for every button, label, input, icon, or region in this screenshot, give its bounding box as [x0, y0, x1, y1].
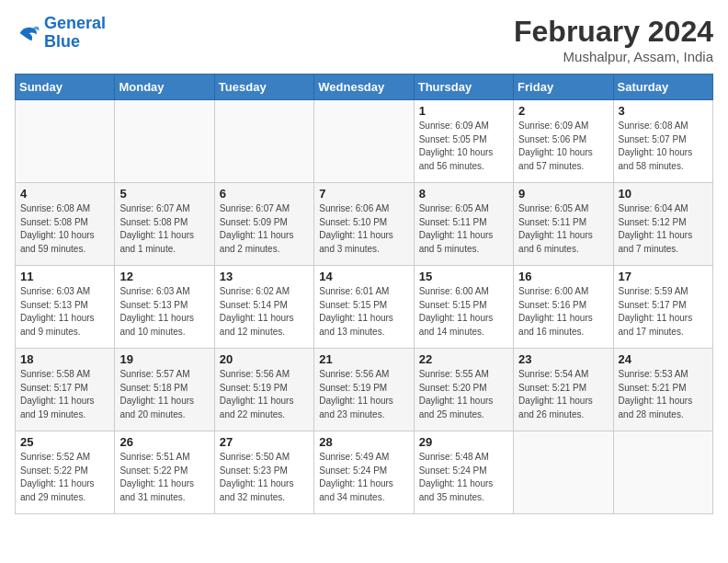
calendar-cell: 12Sunrise: 6:03 AMSunset: 5:13 PMDayligh… [115, 266, 214, 349]
header-friday: Friday [514, 75, 613, 100]
calendar-week-1: 1Sunrise: 6:09 AMSunset: 5:05 PMDaylight… [16, 100, 713, 183]
location-subtitle: Mushalpur, Assam, India [514, 49, 713, 64]
day-number: 22 [419, 352, 508, 366]
calendar-cell: 20Sunrise: 5:56 AMSunset: 5:19 PMDayligh… [214, 349, 313, 431]
calendar-cell: 22Sunrise: 5:55 AMSunset: 5:20 PMDayligh… [414, 349, 513, 431]
day-number: 12 [119, 270, 209, 283]
day-number: 17 [619, 270, 708, 283]
day-info: Sunrise: 5:56 AMSunset: 5:19 PMDaylight:… [220, 368, 309, 421]
header-monday: Monday [115, 75, 214, 100]
day-info: Sunrise: 5:50 AMSunset: 5:23 PMDaylight:… [220, 451, 309, 504]
day-number: 9 [518, 187, 608, 201]
day-number: 15 [419, 270, 508, 283]
day-number: 14 [319, 270, 408, 283]
calendar-cell [115, 100, 214, 183]
day-number: 3 [619, 104, 708, 118]
day-info: Sunrise: 5:54 AMSunset: 5:21 PMDaylight:… [518, 368, 608, 421]
day-info: Sunrise: 6:01 AMSunset: 5:15 PMDaylight:… [319, 285, 408, 339]
day-info: Sunrise: 5:53 AMSunset: 5:21 PMDaylight:… [619, 368, 708, 421]
header-thursday: Thursday [414, 75, 513, 100]
calendar-cell: 13Sunrise: 6:02 AMSunset: 5:14 PMDayligh… [214, 266, 313, 349]
day-info: Sunrise: 6:09 AMSunset: 5:05 PMDaylight:… [419, 120, 508, 173]
calendar-cell: 24Sunrise: 5:53 AMSunset: 5:21 PMDayligh… [613, 349, 712, 431]
logo: General Blue [15, 15, 106, 52]
day-info: Sunrise: 5:52 AMSunset: 5:22 PMDaylight:… [20, 451, 109, 504]
day-number: 23 [518, 352, 608, 366]
day-info: Sunrise: 5:59 AMSunset: 5:17 PMDaylight:… [619, 285, 708, 339]
logo-icon [15, 20, 40, 46]
calendar-cell: 3Sunrise: 6:08 AMSunset: 5:07 PMDaylight… [613, 100, 712, 183]
day-info: Sunrise: 5:58 AMSunset: 5:17 PMDaylight:… [20, 368, 109, 421]
day-info: Sunrise: 5:48 AMSunset: 5:24 PMDaylight:… [419, 451, 508, 504]
calendar-cell: 1Sunrise: 6:09 AMSunset: 5:05 PMDaylight… [414, 100, 513, 183]
day-number: 6 [220, 187, 309, 201]
day-number: 19 [119, 352, 209, 366]
day-info: Sunrise: 6:06 AMSunset: 5:10 PMDaylight:… [319, 202, 408, 256]
calendar-cell: 18Sunrise: 5:58 AMSunset: 5:17 PMDayligh… [16, 349, 115, 431]
header-tuesday: Tuesday [214, 75, 313, 100]
day-number: 5 [119, 187, 209, 201]
day-info: Sunrise: 6:08 AMSunset: 5:07 PMDaylight:… [619, 120, 708, 173]
day-info: Sunrise: 6:05 AMSunset: 5:11 PMDaylight:… [419, 202, 508, 256]
day-number: 20 [220, 352, 309, 366]
day-number: 11 [20, 270, 109, 283]
day-info: Sunrise: 6:07 AMSunset: 5:09 PMDaylight:… [220, 202, 309, 256]
calendar-cell [613, 431, 712, 514]
calendar-cell: 27Sunrise: 5:50 AMSunset: 5:23 PMDayligh… [214, 431, 313, 514]
day-info: Sunrise: 6:00 AMSunset: 5:16 PMDaylight:… [518, 285, 608, 339]
calendar-cell: 9Sunrise: 6:05 AMSunset: 5:11 PMDaylight… [514, 183, 613, 266]
day-number: 21 [319, 352, 408, 366]
day-info: Sunrise: 5:51 AMSunset: 5:22 PMDaylight:… [119, 451, 209, 504]
day-number: 8 [419, 187, 508, 201]
day-number: 7 [319, 187, 408, 201]
logo-text: General Blue [44, 15, 106, 52]
day-info: Sunrise: 6:03 AMSunset: 5:13 PMDaylight:… [119, 285, 209, 339]
day-info: Sunrise: 6:03 AMSunset: 5:13 PMDaylight:… [20, 285, 109, 339]
day-number: 2 [518, 104, 608, 118]
day-info: Sunrise: 6:09 AMSunset: 5:06 PMDaylight:… [518, 120, 608, 173]
calendar-cell [514, 431, 613, 514]
calendar-cell: 16Sunrise: 6:00 AMSunset: 5:16 PMDayligh… [514, 266, 613, 349]
day-info: Sunrise: 6:04 AMSunset: 5:12 PMDaylight:… [619, 202, 708, 256]
header-saturday: Saturday [613, 75, 712, 100]
calendar-cell: 21Sunrise: 5:56 AMSunset: 5:19 PMDayligh… [314, 349, 414, 431]
calendar-week-3: 11Sunrise: 6:03 AMSunset: 5:13 PMDayligh… [16, 266, 713, 349]
calendar-cell: 8Sunrise: 6:05 AMSunset: 5:11 PMDaylight… [414, 183, 513, 266]
day-number: 1 [419, 104, 508, 118]
day-info: Sunrise: 6:02 AMSunset: 5:14 PMDaylight:… [220, 285, 309, 339]
calendar-cell [16, 100, 115, 183]
day-info: Sunrise: 6:07 AMSunset: 5:08 PMDaylight:… [119, 202, 209, 256]
calendar-table: SundayMondayTuesdayWednesdayThursdayFrid… [15, 74, 713, 514]
calendar-cell: 4Sunrise: 6:08 AMSunset: 5:08 PMDaylight… [16, 183, 115, 266]
calendar-body: 1Sunrise: 6:09 AMSunset: 5:05 PMDaylight… [16, 100, 713, 514]
day-number: 10 [619, 187, 708, 201]
day-number: 29 [419, 435, 508, 449]
calendar-cell: 15Sunrise: 6:00 AMSunset: 5:15 PMDayligh… [414, 266, 513, 349]
calendar-cell: 5Sunrise: 6:07 AMSunset: 5:08 PMDaylight… [115, 183, 214, 266]
calendar-cell: 25Sunrise: 5:52 AMSunset: 5:22 PMDayligh… [16, 431, 115, 514]
calendar-cell: 14Sunrise: 6:01 AMSunset: 5:15 PMDayligh… [314, 266, 414, 349]
calendar-cell: 26Sunrise: 5:51 AMSunset: 5:22 PMDayligh… [115, 431, 214, 514]
calendar-cell: 11Sunrise: 6:03 AMSunset: 5:13 PMDayligh… [16, 266, 115, 349]
day-number: 28 [319, 435, 408, 449]
day-number: 27 [220, 435, 309, 449]
header: General Blue February 2024 Mushalpur, As… [15, 15, 713, 64]
calendar-cell: 6Sunrise: 6:07 AMSunset: 5:09 PMDaylight… [214, 183, 313, 266]
title-area: February 2024 Mushalpur, Assam, India [514, 15, 713, 64]
day-number: 24 [619, 352, 708, 366]
calendar-cell: 10Sunrise: 6:04 AMSunset: 5:12 PMDayligh… [613, 183, 712, 266]
calendar-cell: 19Sunrise: 5:57 AMSunset: 5:18 PMDayligh… [115, 349, 214, 431]
month-year-title: February 2024 [514, 15, 713, 49]
calendar-week-4: 18Sunrise: 5:58 AMSunset: 5:17 PMDayligh… [16, 349, 713, 431]
day-number: 13 [220, 270, 309, 283]
day-info: Sunrise: 5:49 AMSunset: 5:24 PMDaylight:… [319, 451, 408, 504]
header-wednesday: Wednesday [314, 75, 414, 100]
day-info: Sunrise: 5:57 AMSunset: 5:18 PMDaylight:… [119, 368, 209, 421]
calendar-cell: 29Sunrise: 5:48 AMSunset: 5:24 PMDayligh… [414, 431, 513, 514]
calendar-cell [214, 100, 313, 183]
calendar-cell: 23Sunrise: 5:54 AMSunset: 5:21 PMDayligh… [514, 349, 613, 431]
day-info: Sunrise: 6:05 AMSunset: 5:11 PMDaylight:… [518, 202, 608, 256]
calendar-cell: 28Sunrise: 5:49 AMSunset: 5:24 PMDayligh… [314, 431, 414, 514]
header-sunday: Sunday [16, 75, 115, 100]
calendar-week-2: 4Sunrise: 6:08 AMSunset: 5:08 PMDaylight… [16, 183, 713, 266]
